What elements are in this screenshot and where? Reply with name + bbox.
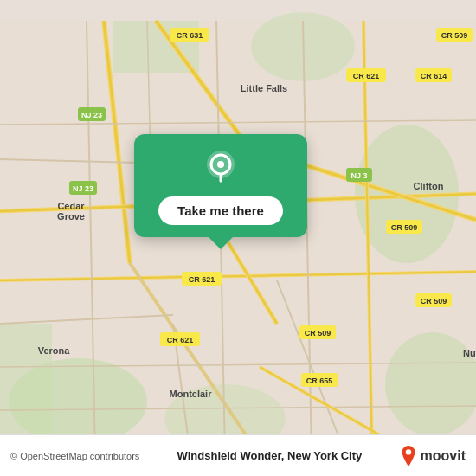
take-me-there-button[interactable]: Take me there bbox=[158, 196, 283, 225]
location-name: Windshield Wonder, New York City bbox=[139, 449, 399, 462]
bottom-bar: © OpenStreetMap contributors Windshield … bbox=[0, 434, 476, 476]
svg-text:CR 509: CR 509 bbox=[305, 329, 331, 338]
svg-text:CR 621: CR 621 bbox=[167, 336, 194, 344]
svg-text:Little Falls: Little Falls bbox=[241, 83, 287, 93]
svg-text:CR 509: CR 509 bbox=[421, 297, 447, 306]
svg-text:NJ 23: NJ 23 bbox=[81, 111, 102, 119]
svg-text:CR 655: CR 655 bbox=[306, 376, 333, 385]
map-container: CR 631 NJ 23 NJ 23 CR 621 NJ 3 CR 509 CR… bbox=[0, 0, 476, 476]
svg-text:Montclair: Montclair bbox=[170, 389, 213, 399]
svg-text:CR 614: CR 614 bbox=[421, 72, 447, 80]
svg-text:NJ 23: NJ 23 bbox=[73, 184, 93, 193]
moovit-logo-icon bbox=[400, 446, 417, 466]
svg-text:NJ 3: NJ 3 bbox=[351, 171, 367, 180]
svg-text:Verona: Verona bbox=[38, 345, 71, 356]
svg-point-72 bbox=[405, 449, 410, 454]
svg-text:Grove: Grove bbox=[57, 211, 85, 222]
svg-text:CR 621: CR 621 bbox=[353, 72, 380, 80]
svg-text:CR 631: CR 631 bbox=[177, 31, 203, 40]
popup-card: Take me there bbox=[134, 134, 307, 237]
map-attribution: © OpenStreetMap contributors bbox=[10, 451, 139, 461]
moovit-logo: moovit bbox=[400, 446, 466, 466]
svg-text:CR 509: CR 509 bbox=[441, 31, 468, 40]
svg-text:Clifton: Clifton bbox=[414, 181, 444, 191]
moovit-text: moovit bbox=[421, 448, 466, 464]
svg-text:CR 621: CR 621 bbox=[189, 275, 215, 284]
svg-text:Cedar: Cedar bbox=[57, 201, 85, 211]
svg-text:CR 509: CR 509 bbox=[391, 223, 418, 232]
svg-text:Nut: Nut bbox=[463, 348, 476, 358]
svg-point-71 bbox=[217, 161, 224, 168]
location-pin-icon bbox=[202, 150, 240, 188]
